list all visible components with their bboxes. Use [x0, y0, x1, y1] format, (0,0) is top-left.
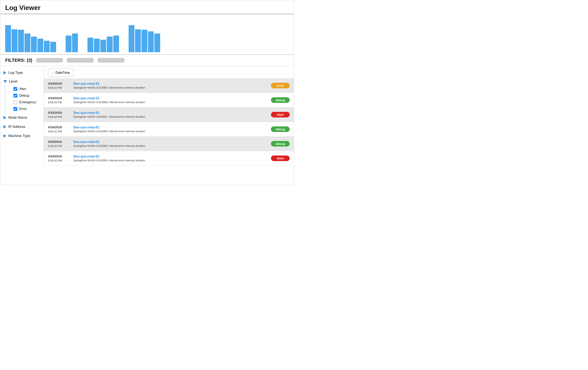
main-content: Log Type Level Alert Debug Emergency — [0, 66, 294, 166]
log-entry[interactable]: 4/16/2018 9:02:02 PM Dev-aus-rmat-01 Sys… — [44, 137, 294, 151]
checkbox-label-alert: Alert — [19, 87, 26, 91]
checkbox-label-emergency: Emergency — [19, 100, 36, 104]
bar-chart — [5, 19, 289, 52]
level-option-emergency[interactable]: Emergency — [11, 99, 44, 106]
sort-arrow-icon: ↓ — [52, 71, 54, 75]
log-body: Dev-aus-rmat-01 SyslogGen-%ASA-3-613001:… — [71, 111, 271, 118]
log-message: SyslogGen-%ASA-3-613004: internal error-… — [73, 86, 268, 89]
log-message: SyslogGen-%ASA-3-613004: internal error-… — [73, 159, 268, 162]
log-date: 4/16/2018 — [48, 125, 71, 130]
log-time: 9:02:02 PM — [48, 144, 71, 148]
sidebar-label-level: Level — [9, 79, 17, 84]
log-entry[interactable]: 4/16/2018 9:05:42 PM Dev-aus-rmat-01 Sys… — [44, 78, 294, 93]
log-body: Dev-aus-rmat-01 SyslogGen-%ASA-3-613003:… — [71, 140, 271, 147]
log-body: Dev-aus-rmat-01 SyslogGen-%ASA-3-613004:… — [71, 155, 271, 162]
bar — [18, 30, 24, 52]
log-node[interactable]: Dev-aus-rmat-01 — [73, 111, 99, 115]
page-header: Log Viewer — [0, 0, 294, 14]
bar — [5, 25, 11, 52]
collapsed-icon — [3, 71, 6, 74]
sidebar-item-node-name[interactable]: Node Name — [0, 113, 44, 122]
level-option-error[interactable]: Error — [11, 106, 44, 112]
filters-label: FILTERS: (3) — [5, 58, 32, 63]
bar — [12, 29, 17, 52]
bar — [72, 33, 78, 52]
log-badge: debug — [271, 97, 290, 103]
log-datetime: 4/16/2018 9:02:02 PM — [48, 139, 71, 148]
log-message: SyslogGen-%ASA-3-613004: internal error-… — [73, 101, 268, 104]
collapsed-icon-ip — [3, 125, 6, 128]
log-badge: Alert — [271, 156, 290, 161]
filter-pill-1[interactable] — [36, 58, 63, 63]
log-date: 4/16/2018 — [48, 154, 71, 159]
bar — [44, 41, 50, 52]
bar — [113, 36, 119, 52]
sidebar-label-node-name: Node Name — [8, 116, 27, 120]
sidebar-item-ip-address[interactable]: IP Address — [0, 122, 44, 131]
log-date: 4/16/2018 — [48, 110, 71, 115]
log-node[interactable]: Dev-aus-rmat-01 — [73, 82, 99, 85]
bar — [24, 33, 30, 52]
sort-header: ↓ DateTime — [44, 66, 294, 78]
checkbox-alert[interactable] — [13, 87, 17, 91]
log-entry[interactable]: 4/16/2018 9:04:04 PM Dev-aus-rmat-01 Sys… — [44, 107, 294, 122]
bar — [87, 38, 93, 52]
log-time: 9:05:42 PM — [48, 129, 71, 134]
chart-area — [0, 14, 294, 55]
log-node[interactable]: Dev-aus-rmat-01 — [73, 96, 99, 100]
sort-label: DateTime — [55, 71, 70, 75]
bar — [154, 33, 160, 52]
log-body: Dev-aus-rmat-01 SyslogGen-%ASA-3-613004:… — [71, 126, 271, 133]
filter-pill-2[interactable] — [67, 58, 94, 63]
sidebar-label-log-type: Log Type — [8, 71, 23, 75]
log-entry[interactable]: 4/16/2018 9:05:42 PM Dev-aus-rmat-01 Sys… — [44, 151, 294, 166]
log-date: 4/16/2018 — [48, 139, 71, 144]
log-entry[interactable]: 4/16/2018 9:05:42 PM Dev-aus-rmat-01 Sys… — [44, 93, 294, 107]
log-body: Dev-aus-rmat-01 SyslogGen-%ASA-3-613004:… — [71, 82, 271, 89]
sidebar: Log Type Level Alert Debug Emergency — [0, 66, 44, 166]
page-title: Log Viewer — [5, 4, 289, 12]
log-message: SyslogGen-%ASA-3-613001: internal error-… — [73, 115, 268, 118]
filter-pill-3[interactable] — [97, 58, 125, 63]
log-date: 4/16/2018 — [48, 96, 71, 101]
sort-datetime-button[interactable]: ↓ DateTime — [48, 69, 74, 77]
level-children: Alert Debug Emergency Error — [5, 86, 44, 112]
log-time: 9:05:42 PM — [48, 100, 71, 105]
sidebar-item-machine-type[interactable]: Machine Type — [0, 131, 44, 140]
level-header[interactable]: Level — [0, 77, 44, 86]
log-node[interactable]: Dev-aus-rmat-01 — [73, 126, 99, 129]
log-list-area: ↓ DateTime 4/16/2018 9:05:42 PM Dev-aus-… — [44, 66, 294, 166]
level-option-debug[interactable]: Debug — [11, 92, 44, 99]
log-node[interactable]: Dev-aus-rmat-01 — [73, 155, 99, 158]
level-option-alert[interactable]: Alert — [11, 86, 44, 92]
expanded-icon — [3, 80, 7, 83]
bar — [129, 25, 135, 52]
checkbox-debug[interactable] — [13, 94, 17, 97]
bar — [37, 39, 43, 52]
log-badge: debug — [271, 126, 290, 132]
sidebar-item-level: Level Alert Debug Emergency Error — [0, 77, 44, 113]
bar — [148, 32, 154, 52]
checkbox-error[interactable] — [13, 107, 17, 111]
log-date: 4/16/2018 — [48, 81, 71, 86]
bar — [100, 40, 106, 52]
log-node[interactable]: Dev-aus-rmat-01 — [73, 140, 99, 144]
log-badge: debug — [271, 141, 290, 147]
bar — [107, 37, 113, 52]
bar — [94, 39, 100, 52]
checkbox-emergency[interactable] — [13, 100, 17, 104]
log-badge: error — [271, 83, 290, 88]
bar — [141, 30, 147, 52]
log-datetime: 4/16/2018 9:05:42 PM — [48, 125, 71, 134]
collapsed-icon-node — [3, 116, 6, 119]
log-datetime: 4/16/2018 9:05:42 PM — [48, 154, 71, 163]
sidebar-label-machine-type: Machine Type — [8, 134, 30, 138]
log-datetime: 4/16/2018 9:04:04 PM — [48, 110, 71, 119]
log-body: Dev-aus-rmat-01 SyslogGen-%ASA-3-613004:… — [71, 96, 271, 104]
sidebar-item-log-type[interactable]: Log Type — [0, 68, 44, 77]
log-entry[interactable]: 4/16/2018 9:05:42 PM Dev-aus-rmat-01 Sys… — [44, 122, 294, 137]
log-datetime: 4/16/2018 9:05:42 PM — [48, 81, 71, 90]
log-entries: 4/16/2018 9:05:42 PM Dev-aus-rmat-01 Sys… — [44, 78, 294, 166]
bar — [135, 29, 141, 52]
checkbox-label-error: Error — [19, 107, 27, 111]
